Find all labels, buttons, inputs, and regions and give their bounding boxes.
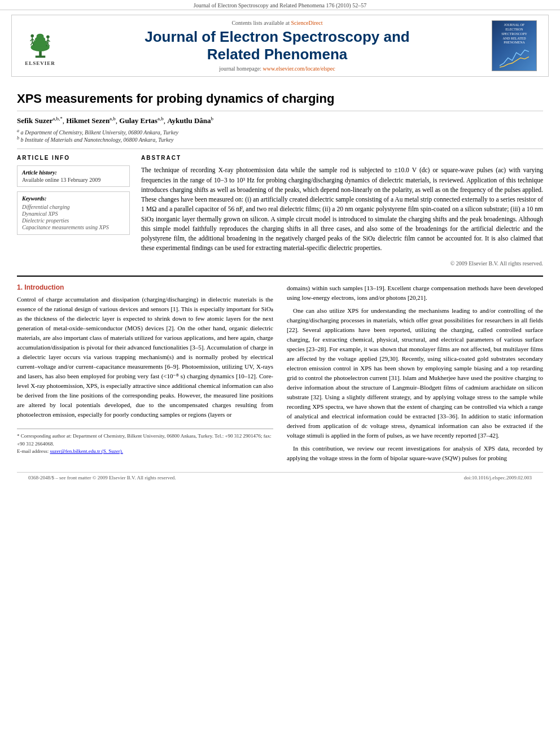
history-label: Article history: — [22, 169, 125, 176]
affiliations: a a Department of Chemistry, Bilkent Uni… — [17, 128, 543, 143]
author-suzer: Sefik Suzer — [17, 117, 53, 125]
body-right-column: domains) within such samples [13–19]. Ex… — [287, 283, 543, 467]
journal-reference-text: Journal of Electron Spectroscopy and Rel… — [194, 2, 366, 8]
elsevier-tree-icon — [25, 25, 56, 59]
copyright-line: © 2009 Elsevier B.V. All rights reserved… — [141, 258, 543, 267]
author-ertas: Gulay Ertas — [119, 117, 158, 125]
svg-point-6 — [30, 34, 34, 38]
author-sezen: Hikmet Sezen — [66, 117, 110, 125]
footnote-area: * Corresponding author at: Department of… — [17, 429, 273, 456]
keyword-3: Dielectric properties — [22, 217, 125, 224]
body-left-column: 1. Introduction Control of charge accumu… — [17, 283, 273, 467]
right-para-1: domains) within such samples [13–19]. Ex… — [287, 283, 543, 303]
corresponding-author-footnote: * Corresponding author at: Department of… — [17, 433, 273, 456]
right-para-2: One can also utilize XPS for understandi… — [287, 306, 543, 441]
bottom-bar: 0368-2048/$ – see front matter © 2009 El… — [17, 472, 543, 483]
doi-text: doi:10.1016/j.elspec.2009.02.003 — [464, 475, 532, 480]
journal-reference-bar: Journal of Electron Spectroscopy and Rel… — [0, 0, 560, 10]
email-link[interactable]: suzer@fen.bilkent.edu.tr (S. Suzer). — [50, 448, 123, 454]
svg-rect-1 — [35, 56, 45, 58]
affiliation-b: b b Institute of Materials and Nanotechn… — [17, 137, 173, 143]
article-history-section: Article history: Available online 13 Feb… — [17, 165, 130, 187]
issn-text: 0368-2048/$ – see front matter © 2009 El… — [28, 475, 176, 480]
cover-graph-icon — [497, 47, 531, 68]
svg-point-5 — [36, 34, 43, 39]
svg-line-10 — [30, 43, 32, 46]
journal-header: ELSEVIER Contents lists available at Sci… — [11, 15, 549, 77]
intro-paragraph-1: Control of charge accumulation and dissi… — [17, 295, 273, 420]
article-content: XPS measurements for probing dynamics of… — [0, 77, 560, 494]
keywords-section: Keywords: Differential charging Dynamica… — [17, 191, 130, 235]
elsevier-wordmark-text: ELSEVIER — [25, 60, 55, 66]
journal-title: Journal of Electron Spectroscopy and Rel… — [68, 28, 486, 63]
sciencedirect-link[interactable]: ScienceDirect — [291, 20, 322, 26]
abstract-header: ABSTRACT — [141, 155, 543, 161]
abstract-column: ABSTRACT The technique of recording X-ra… — [141, 155, 543, 266]
journal-cover-container: JOURNAL OFELECTRONSPECTROSCOPYAND RELATE… — [492, 20, 542, 71]
journal-homepage-line: journal homepage: www.elsevier.com/locat… — [68, 65, 486, 72]
affiliation-a: a a Department of Chemistry, Bilkent Uni… — [17, 129, 178, 136]
journal-homepage-link[interactable]: www.elsevier.com/locate/elspec — [263, 65, 335, 72]
introduction-text: Control of charge accumulation and dissi… — [17, 295, 273, 420]
available-online: Available online 13 February 2009 — [22, 177, 125, 183]
authors-line: Sefik Suzera,b,*, Hikmet Sezena,b, Gulay… — [17, 116, 543, 125]
article-info-column: ARTICLE INFO Article history: Available … — [17, 155, 130, 266]
email-label: E-mail address: — [17, 448, 49, 454]
journal-title-block: Contents lists available at ScienceDirec… — [63, 20, 492, 72]
keyword-1: Differential charging — [22, 204, 125, 210]
svg-point-12 — [46, 36, 50, 39]
cover-text: JOURNAL OFELECTRONSPECTROSCOPYAND RELATE… — [501, 23, 527, 45]
keywords-label: Keywords: — [22, 195, 125, 202]
elsevier-logo: ELSEVIER — [18, 25, 63, 66]
author-dana: Aykutlu Dâna — [167, 117, 211, 125]
keyword-2: Dynamical XPS — [22, 211, 125, 217]
right-para-3: In this contribution, we review our rece… — [287, 444, 543, 463]
article-info-abstract-section: ARTICLE INFO Article history: Available … — [17, 148, 543, 266]
introduction-heading: 1. Introduction — [17, 283, 273, 291]
elsevier-logo-container: ELSEVIER — [18, 25, 63, 66]
article-title: XPS measurements for probing dynamics of… — [17, 91, 543, 111]
journal-cover-image: JOURNAL OFELECTRONSPECTROSCOPYAND RELATE… — [492, 20, 537, 71]
sciencedirect-line: Contents lists available at ScienceDirec… — [68, 20, 486, 26]
body-section: 1. Introduction Control of charge accumu… — [17, 276, 543, 467]
right-column-text: domains) within such samples [13–19]. Ex… — [287, 283, 543, 464]
keyword-4: Capacitance measurements using XPS — [22, 224, 125, 230]
body-two-columns: 1. Introduction Control of charge accumu… — [17, 283, 543, 467]
abstract-text: The technique of recording X-ray photoem… — [141, 165, 543, 253]
article-info-header: ARTICLE INFO — [17, 155, 130, 161]
